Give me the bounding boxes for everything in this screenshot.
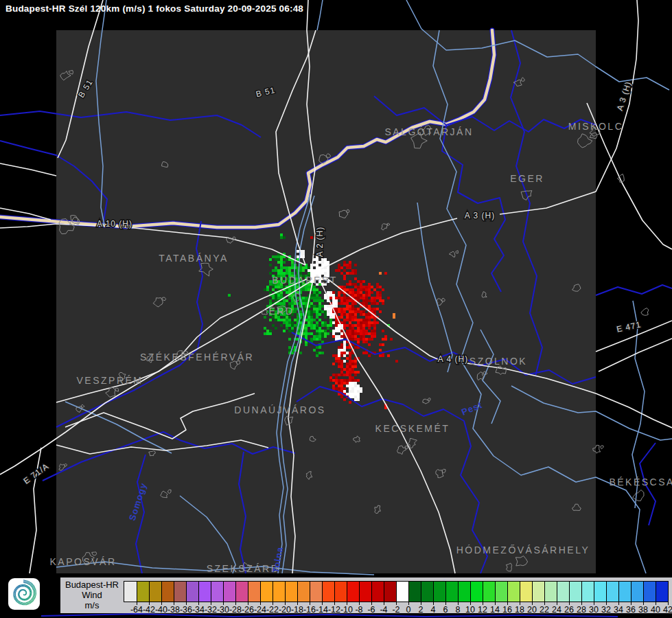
scale-cell	[248, 582, 260, 602]
scale-cell	[334, 582, 347, 602]
scale-cell	[124, 582, 137, 602]
scale-tick-label: -26	[242, 605, 254, 615]
scale-tick-label: -10	[340, 605, 353, 615]
scale-tick-label: -24	[254, 605, 266, 615]
scale-tick-label: 16	[502, 605, 512, 615]
scale-cell	[347, 582, 359, 602]
scale-tick-label: -6	[367, 605, 375, 615]
scale-tick-label: -42	[143, 605, 155, 615]
scale-cell	[544, 582, 557, 602]
city-label: EGER	[510, 173, 544, 184]
city-label: SZOLNOK	[470, 356, 527, 367]
scale-cell	[211, 582, 223, 602]
city-label: SALGÓTARJÁN	[384, 126, 473, 137]
scale-tick-label: 40	[651, 605, 660, 615]
city-label: BÉKÉSCSABA	[609, 477, 672, 488]
scale-cell	[174, 582, 186, 602]
city-label: HÓDMEZŐVÁSÁRHELY	[456, 545, 590, 556]
scale-tick-label: 20	[527, 605, 537, 615]
scale-tick-label: 8	[456, 605, 461, 615]
scale-cell	[532, 582, 544, 602]
scale-cell	[371, 582, 384, 602]
scale-tick-label: 4	[431, 605, 436, 615]
scale-cell	[631, 582, 643, 602]
scale-tick-label: -18	[291, 605, 303, 615]
city-label: VESZPRÉM	[76, 375, 143, 386]
scale-tick-label: -2	[392, 605, 399, 615]
scale-cell	[273, 582, 285, 602]
scale-cell	[223, 582, 235, 602]
city-label: ÉRD	[268, 306, 294, 317]
scale-cell	[458, 582, 470, 602]
wind-cluster-orange	[379, 272, 382, 275]
wind-cluster-orange	[393, 313, 395, 319]
scale-tick-label: 36	[626, 605, 636, 615]
scale-cell	[643, 582, 656, 602]
scale-cell	[137, 582, 149, 602]
road-label: A 4 (H)	[438, 354, 468, 364]
scale-tick-label: -20	[279, 605, 291, 615]
scale-tick-label: -8	[355, 605, 362, 615]
scale-tick-label: 18	[515, 605, 524, 615]
scale-cell	[285, 582, 297, 602]
scale-cell	[396, 582, 408, 602]
scale-tick-label: 24	[552, 605, 561, 615]
scale-cell	[161, 582, 174, 602]
scale-cell	[322, 582, 334, 602]
city-label: SZÉKESFEHÉRVÁR	[140, 352, 254, 363]
scale-cell	[569, 582, 581, 602]
scale-tick-label: 22	[540, 605, 549, 615]
scale-cell	[408, 582, 421, 602]
scale-cell	[470, 582, 483, 602]
radar-map-canvas: SALGÓTARJÁNMISKOLCEGERTATABÁNYABUDAPESTÉ…	[0, 0, 672, 618]
radar-screenshot: SALGÓTARJÁNMISKOLCEGERTATABÁNYABUDAPESTÉ…	[0, 0, 672, 618]
scale-cell	[421, 582, 433, 602]
scale-cell	[310, 582, 322, 602]
scale-tick-label: -40	[155, 605, 167, 615]
scale-cell	[520, 582, 532, 602]
scale-cell	[235, 582, 248, 602]
city-label: KAPOSVÁR	[49, 556, 116, 567]
scale-tick-label: -14	[316, 605, 328, 615]
scale-tick-label: -36	[180, 605, 192, 615]
scale-cell	[149, 582, 161, 602]
spiral-icon	[8, 578, 40, 610]
city-label: BUDAPEST	[272, 275, 337, 286]
city-label: KECSKEMÉT	[375, 423, 450, 434]
scale-tick-label: -28	[229, 605, 242, 615]
road-label: A 2 (H)	[315, 227, 325, 257]
scale-tick-label: 32	[601, 605, 611, 615]
scale-tick-label: -30	[217, 605, 229, 615]
scale-cell	[186, 582, 198, 602]
scale-cell	[606, 582, 618, 602]
color-scale-cells	[124, 581, 669, 602]
scale-tick-label: -22	[266, 605, 279, 615]
city-label: TATABÁNYA	[159, 253, 229, 264]
wind-cluster-red	[395, 360, 398, 363]
scale-tick-label: -12	[328, 605, 340, 615]
road-label: A 10 (H)	[97, 219, 132, 229]
color-scale: -64-42-40-38-36-34-32-30-28-26-24-22-20-…	[124, 581, 669, 613]
scale-tick-label: 26	[564, 605, 574, 615]
scale-tick-label: 42	[663, 605, 672, 615]
scale-cell	[618, 582, 631, 602]
scale-cell	[297, 582, 310, 602]
wind-cluster-red	[384, 272, 387, 275]
scale-cell	[557, 582, 569, 602]
scale-tick-label: 12	[478, 605, 487, 615]
scale-tick-label: -16	[303, 605, 316, 615]
scale-cell	[581, 582, 594, 602]
scale-tick-label: -4	[380, 605, 387, 615]
wind-cluster-green	[228, 294, 231, 297]
scale-cell	[198, 582, 211, 602]
city-label: SZEKSZÁRD	[207, 563, 280, 574]
scale-cell	[507, 582, 520, 602]
scale-tick-label: -38	[167, 605, 180, 615]
scale-tick-label: 14	[490, 605, 500, 615]
scale-cell	[359, 582, 371, 602]
scale-cell	[384, 582, 396, 602]
legend-source: Budapest-HR	[60, 580, 124, 590]
legend-quantity: Wind	[60, 590, 124, 600]
scale-tick-label: 28	[577, 605, 586, 615]
legend-unit: m/s	[60, 600, 124, 610]
